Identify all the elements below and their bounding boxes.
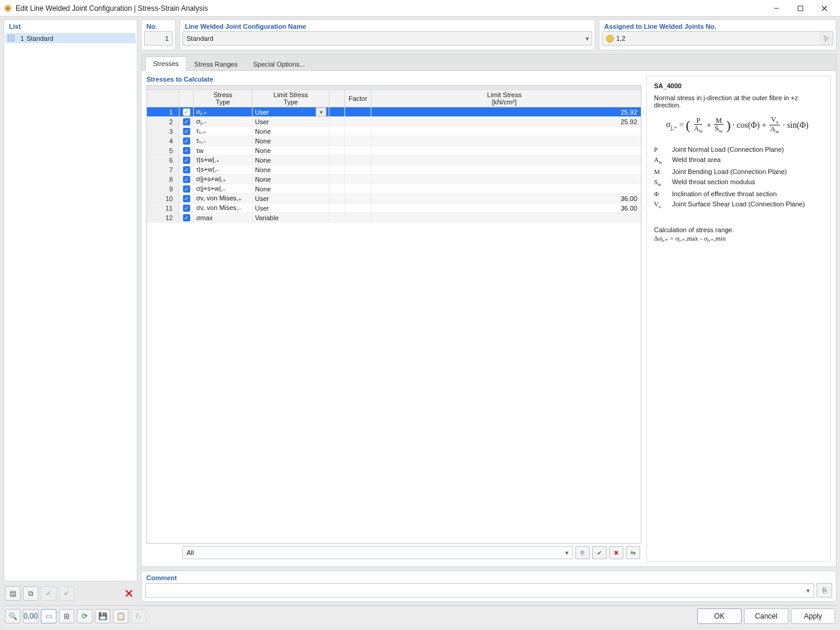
- limit-type-cell[interactable]: None: [253, 136, 329, 145]
- table-row[interactable]: 5✓τwNone: [147, 146, 641, 155]
- limit-stress-cell[interactable]: [371, 175, 641, 184]
- table-row[interactable]: 1✓σⱼ,₊User▾25.92: [147, 107, 641, 117]
- row-check[interactable]: ✓: [179, 194, 194, 203]
- table-row[interactable]: 3✓τₛ,₊None: [147, 127, 641, 136]
- pick-joints-button[interactable]: [820, 31, 833, 46]
- stress-type-cell[interactable]: τₛ,₊: [194, 127, 253, 136]
- factor-cell[interactable]: [345, 127, 371, 136]
- limit-stress-cell[interactable]: [371, 165, 641, 174]
- minimize-button[interactable]: [764, 0, 788, 17]
- factor-cell[interactable]: [345, 107, 371, 116]
- check-all-button[interactable]: ✔: [592, 546, 607, 559]
- toggle-button[interactable]: ⇆: [626, 546, 640, 559]
- factor-cell[interactable]: [345, 146, 371, 155]
- limit-stress-cell[interactable]: 36.00: [371, 203, 641, 212]
- function-button[interactable]: fₓ: [131, 609, 146, 623]
- factor-cell[interactable]: [345, 165, 371, 174]
- limit-type-cell[interactable]: User: [253, 203, 329, 212]
- row-check[interactable]: ✓: [179, 107, 194, 116]
- limit-type-cell[interactable]: User▾: [253, 107, 329, 116]
- row-check[interactable]: ✓: [179, 165, 194, 174]
- refresh-button[interactable]: ⟳: [77, 609, 92, 623]
- table-row[interactable]: 9✓σ|j+s+w|,₋None: [147, 184, 641, 194]
- table-row[interactable]: 2✓σⱼ,₋User25.92: [147, 117, 641, 127]
- tab-stress-ranges[interactable]: Stress Ranges: [187, 57, 245, 71]
- delete-item-button[interactable]: [122, 587, 136, 600]
- limit-stress-cell[interactable]: [371, 127, 641, 136]
- limit-type-cell[interactable]: None: [253, 175, 329, 184]
- row-check[interactable]: ✓: [179, 117, 194, 126]
- row-check[interactable]: ✓: [179, 136, 194, 145]
- row-check[interactable]: ✓: [179, 127, 194, 136]
- limit-type-cell[interactable]: None: [253, 127, 329, 136]
- factor-cell[interactable]: [345, 194, 371, 203]
- row-check[interactable]: ✓: [179, 146, 194, 155]
- table-row[interactable]: 10✓σv, von Mises,₊User36.00: [147, 194, 641, 203]
- limit-type-cell[interactable]: User: [253, 194, 329, 203]
- new-item-button[interactable]: ▤: [5, 586, 20, 601]
- stress-type-cell[interactable]: τₛ,₋: [194, 136, 253, 145]
- limit-stress-cell[interactable]: 25.92: [371, 107, 641, 116]
- limit-stress-cell[interactable]: [371, 136, 641, 145]
- stress-type-cell[interactable]: τ|s+w|,₋: [194, 165, 253, 174]
- comment-field[interactable]: ▾: [145, 583, 814, 598]
- stress-type-cell[interactable]: τw: [194, 146, 253, 155]
- limit-stress-cell[interactable]: [371, 155, 641, 164]
- factor-cell[interactable]: [345, 117, 371, 126]
- factor-cell[interactable]: [345, 213, 371, 222]
- table-row[interactable]: 11✓σv, von Mises,₋User36.00: [147, 203, 641, 213]
- report-button[interactable]: 📋: [113, 609, 128, 623]
- row-check[interactable]: ✓: [179, 184, 194, 193]
- check-button[interactable]: ✔: [41, 586, 56, 601]
- stress-type-cell[interactable]: σ|j+s+w|,₋: [194, 184, 253, 193]
- stress-type-cell[interactable]: σ|j+s+w|,₊: [194, 175, 253, 184]
- filter-combo[interactable]: All ▾: [182, 546, 573, 559]
- limit-type-cell[interactable]: None: [253, 146, 329, 155]
- table-row[interactable]: 7✓τ|s+w|,₋None: [147, 165, 641, 175]
- view2-button[interactable]: ⊞: [59, 609, 74, 623]
- table-row[interactable]: 8✓σ|j+s+w|,₊None: [147, 175, 641, 184]
- limit-stress-cell[interactable]: 36.00: [371, 194, 641, 203]
- row-check[interactable]: ✓: [179, 175, 194, 184]
- row-check[interactable]: ✓: [179, 155, 194, 164]
- comment-library-button[interactable]: ⎘: [817, 583, 832, 598]
- factor-cell[interactable]: [345, 203, 371, 212]
- config-name-combo[interactable]: Standard ▾: [182, 31, 592, 46]
- apply-button[interactable]: Apply: [791, 608, 835, 624]
- limit-type-cell[interactable]: None: [253, 165, 329, 174]
- stress-type-cell[interactable]: τ|s+w|,₊: [194, 155, 253, 164]
- row-check[interactable]: ✓: [179, 203, 194, 212]
- list-item[interactable]: 1Standard: [5, 33, 136, 43]
- limit-type-cell[interactable]: User: [253, 117, 329, 126]
- uncheck-button[interactable]: ✔: [59, 586, 74, 601]
- units-button[interactable]: 0,00: [23, 609, 38, 623]
- stress-type-cell[interactable]: σⱼ,₋: [194, 117, 253, 126]
- table-row[interactable]: 4✓τₛ,₋None: [147, 136, 641, 146]
- factor-cell[interactable]: [345, 184, 371, 193]
- limit-stress-cell[interactable]: 25.92: [371, 117, 641, 126]
- table-row[interactable]: 12✓σmaxVariable: [147, 213, 641, 223]
- table-row[interactable]: 6✓τ|s+w|,₊None: [147, 155, 641, 165]
- factor-cell[interactable]: [345, 155, 371, 164]
- uncheck-all-button[interactable]: ✖: [609, 546, 623, 559]
- copy-item-button[interactable]: ⧉: [23, 586, 38, 601]
- cancel-button[interactable]: Cancel: [744, 608, 788, 624]
- view1-button[interactable]: ▭: [41, 609, 56, 623]
- stress-type-cell[interactable]: σv, von Mises,₊: [194, 194, 253, 203]
- limit-type-cell[interactable]: None: [253, 184, 329, 193]
- save-button[interactable]: 💾: [95, 609, 110, 623]
- factor-cell[interactable]: [345, 175, 371, 184]
- stress-type-cell[interactable]: σⱼ,₊: [194, 107, 253, 116]
- row-check[interactable]: ✓: [179, 213, 194, 222]
- tab-stresses[interactable]: Stresses: [145, 56, 187, 71]
- limit-stress-cell[interactable]: [371, 184, 641, 193]
- stress-type-cell[interactable]: σmax: [194, 213, 253, 222]
- ok-button[interactable]: OK: [697, 608, 742, 624]
- limit-type-cell[interactable]: Variable: [253, 213, 329, 222]
- tab-special-options-[interactable]: Special Options...: [245, 57, 313, 71]
- copy-rows-button[interactable]: ⎘: [575, 546, 590, 559]
- assigned-field[interactable]: 1,2: [602, 31, 833, 46]
- factor-cell[interactable]: [345, 136, 371, 145]
- close-button[interactable]: [812, 0, 836, 17]
- limit-stress-cell[interactable]: [371, 146, 641, 155]
